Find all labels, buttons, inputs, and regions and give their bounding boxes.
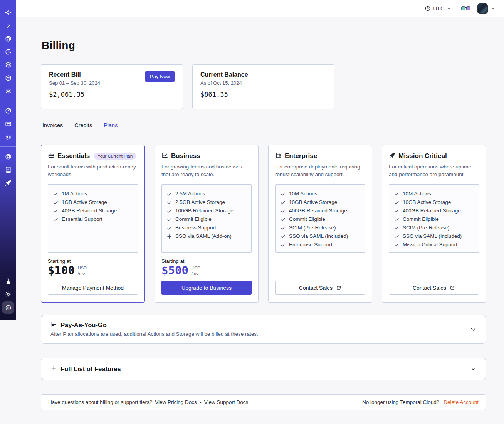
plan-price: Starting at $500 USD /mo bbox=[161, 258, 252, 278]
feature-label: 2.5GB Active Storage bbox=[175, 198, 225, 207]
plan-description: For critical operations where uptime and… bbox=[389, 163, 479, 178]
feature-label: SSO via SAML (Add-on) bbox=[175, 232, 232, 241]
current-plan-badge: Your Current Plan bbox=[94, 153, 136, 160]
full-list-of-features-panel[interactable]: Full List of Features bbox=[41, 358, 486, 380]
upgrade-to-business-button[interactable]: Upgrade to Business bbox=[161, 281, 252, 295]
topbar: UTC bbox=[16, 0, 504, 17]
cube-icon bbox=[5, 74, 12, 82]
feature-item: 100GB Retained Storage bbox=[167, 207, 246, 215]
check-icon bbox=[167, 207, 172, 215]
feature-item: 1GB Active Storage bbox=[53, 198, 133, 207]
external-link-icon bbox=[450, 285, 455, 291]
check-icon bbox=[394, 224, 400, 232]
view-pricing-docs-link[interactable]: View Pricing Docs bbox=[155, 399, 197, 405]
lifebuoy-icon bbox=[5, 153, 12, 160]
feature-item: SSO via SAML (Included) bbox=[394, 232, 474, 241]
user-avatar[interactable] bbox=[477, 3, 488, 14]
plan-name: Essentials bbox=[57, 152, 90, 160]
sidebar-divider bbox=[0, 146, 16, 147]
check-icon bbox=[167, 224, 172, 232]
tab-credits[interactable]: Credits bbox=[74, 120, 93, 133]
feature-item: 10M Actions bbox=[394, 190, 474, 198]
external-link-icon bbox=[336, 285, 341, 291]
feature-label: SSO via SAML (Included) bbox=[403, 232, 462, 241]
feature-label: Commit Eligible bbox=[175, 215, 212, 224]
sidebar-item-spiral[interactable] bbox=[2, 33, 14, 44]
contact-sales-button[interactable]: Contact Sales bbox=[389, 281, 479, 295]
sidebar-item-asterisk[interactable] bbox=[2, 85, 14, 97]
feature-label: 10GB Active Storage bbox=[403, 198, 451, 207]
feature-item: Commit Eligible bbox=[394, 215, 474, 224]
book-plus-icon bbox=[5, 166, 12, 173]
plan-card-business: Business For growing teams and businesse… bbox=[155, 145, 259, 303]
tab-invoices[interactable]: Invoices bbox=[42, 120, 64, 133]
feature-item: 10GB Active Storage bbox=[281, 198, 360, 207]
pay-as-you-go-panel[interactable]: Pay-As-You-Go After Plan allocations are… bbox=[41, 315, 486, 344]
feature-label: SCIM (Pre-Release) bbox=[403, 224, 450, 232]
sidebar-item-gear[interactable] bbox=[2, 131, 14, 143]
tab-plans[interactable]: Plans bbox=[103, 120, 118, 133]
feature-item: 400GB Retained Storage bbox=[281, 207, 360, 215]
feature-item: 2.5M Actions bbox=[167, 190, 246, 198]
check-icon bbox=[394, 215, 400, 224]
plan-description: For small teams with production-ready wo… bbox=[48, 163, 138, 178]
check-icon bbox=[394, 207, 400, 215]
pay-as-you-go-title: Pay-As-You-Go bbox=[60, 321, 107, 329]
feature-item: SCIM (Pre-Release) bbox=[394, 224, 474, 232]
manage-payment-method-button[interactable]: Manage Payment Method bbox=[48, 281, 138, 295]
summary-card-current-balance: Current Balance As of Oct 15, 2024 $861.… bbox=[192, 64, 334, 109]
contact-sales-button[interactable]: Contact Sales bbox=[275, 281, 365, 295]
check-icon bbox=[394, 241, 400, 249]
check-icon bbox=[394, 232, 400, 241]
sidebar-item-sparkle-logo[interactable] bbox=[2, 7, 14, 18]
sidebar-item-dollar-gear[interactable]: $ bbox=[2, 301, 14, 314]
gauge-icon bbox=[5, 107, 12, 114]
pay-now-button[interactable]: Pay Now bbox=[145, 71, 175, 82]
feature-label: Business Support bbox=[175, 224, 216, 232]
sidebar-item-rocket[interactable] bbox=[2, 177, 14, 188]
delete-account-link[interactable]: Delete Account bbox=[444, 399, 479, 405]
check-icon bbox=[394, 198, 400, 207]
feature-label: 40GB Retained Storage bbox=[62, 207, 117, 215]
plus-icon bbox=[50, 365, 57, 373]
view-support-docs-link[interactable]: View Support Docs bbox=[204, 399, 249, 405]
sidebar-item-cube[interactable] bbox=[2, 72, 14, 84]
check-icon bbox=[167, 198, 172, 207]
sidebar-item-layers[interactable] bbox=[2, 59, 14, 71]
feedback-glasses-icon[interactable] bbox=[461, 6, 470, 11]
check-icon bbox=[53, 198, 59, 207]
feature-label: 10M Actions bbox=[403, 190, 431, 198]
sidebar-item-lifebuoy[interactable] bbox=[2, 151, 14, 162]
rocket-icon bbox=[5, 179, 12, 187]
full-list-of-features-title: Full List of Features bbox=[60, 365, 121, 373]
sidebar-item-chevron-right[interactable] bbox=[2, 20, 14, 31]
sidebar-item-book-plus[interactable] bbox=[2, 164, 14, 175]
billing-tabs: Invoices Credits Plans bbox=[41, 120, 486, 133]
check-icon bbox=[281, 198, 286, 207]
chevron-down-icon[interactable] bbox=[470, 366, 476, 372]
plan-feature-box: 10M Actions 10GB Active Storage 400GB Re… bbox=[275, 184, 365, 253]
check-icon bbox=[167, 190, 172, 198]
sidebar-item-flask[interactable] bbox=[2, 275, 14, 287]
chevron-down-icon[interactable] bbox=[470, 326, 476, 333]
feature-label: Enterprise Support bbox=[289, 241, 333, 249]
sidebar-item-gauge[interactable] bbox=[2, 105, 14, 116]
feature-label: Commit Eligible bbox=[403, 215, 439, 224]
feature-label: SSO via SAML (Included) bbox=[289, 232, 348, 241]
sidebar-item-retry-clock[interactable] bbox=[2, 46, 14, 57]
feature-label: 10M Actions bbox=[289, 190, 318, 198]
app-sidebar: $ bbox=[0, 0, 16, 320]
sidebar-item-sun[interactable] bbox=[2, 288, 14, 300]
sidebar-item-billing-card[interactable] bbox=[2, 118, 14, 130]
account-menu-chevron-down-icon[interactable] bbox=[491, 6, 496, 11]
feature-label: 1M Actions bbox=[62, 190, 87, 198]
feature-item: SSO via SAML (Add-on) bbox=[167, 232, 246, 241]
timezone-selector[interactable]: UTC bbox=[425, 5, 451, 12]
feature-label: Essential Support bbox=[62, 215, 102, 224]
feature-item: Commit Eligible bbox=[281, 215, 360, 224]
plan-card-mission-critical: Mission Critical For critical operations… bbox=[382, 145, 486, 303]
chart-line-icon bbox=[161, 152, 168, 160]
summary-card-subtitle: As of Oct 15, 2024 bbox=[200, 80, 326, 86]
feature-item: Mission Critical Support bbox=[394, 241, 474, 249]
price-currency: USD bbox=[192, 265, 200, 271]
